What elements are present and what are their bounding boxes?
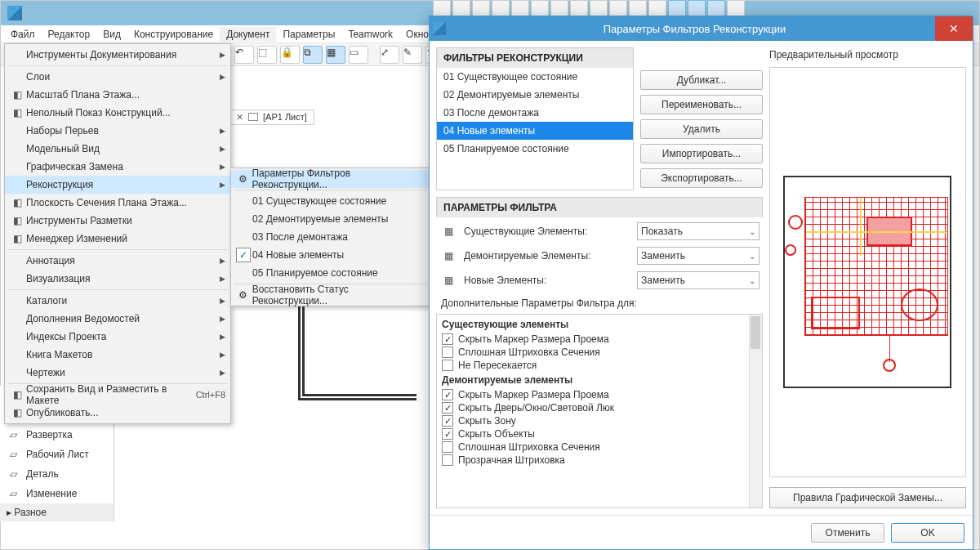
scrollbar[interactable] [749,315,762,508]
toolbar-button[interactable]: ⧉ [303,46,323,64]
filter-list-item[interactable]: 03 После демонтажа [437,104,633,122]
submenu-item[interactable]: ⚙Восстановить Статус Реконструкции... [231,286,430,304]
option-row[interactable]: Сплошная Штриховка Сечения [440,440,759,454]
tool-icon[interactable] [668,0,686,16]
menu-документ[interactable]: Документ [220,27,276,42]
cancel-button[interactable]: Отменить [811,523,884,543]
tool-detail[interactable]: ▱Деталь [0,464,114,484]
submenu-item[interactable]: ⚙Параметры Фильтров Реконструкции... [231,170,430,188]
toolbar-button[interactable]: ⬚ [257,46,277,64]
tool-icon[interactable] [531,0,549,16]
menu-item[interactable]: Дополнения Ведомостей▶ [5,310,230,328]
tool-change[interactable]: ▱Изменение [0,484,114,503]
dialog-close-button[interactable]: ✕ [935,16,973,41]
menu-teamwork[interactable]: Teamwork [341,27,399,42]
toolbar-button[interactable]: 🔒 [280,46,300,64]
checkbox[interactable] [442,415,453,427]
tool-group-header[interactable]: ▸ Разное [0,503,114,521]
tool-icon[interactable] [609,0,627,16]
filter-list[interactable]: 01 Существующее состояние02 Демонтируемы… [436,68,634,190]
toolbar-button[interactable]: ↶ [234,46,254,64]
filter-options-list[interactable]: Существующие элементыСкрыть Маркер Разме… [436,314,763,508]
tool-icon[interactable] [590,0,608,16]
menu-item[interactable]: ◧Опубликовать... [5,404,230,422]
graphic-override-rules-button[interactable]: Правила Графической Замены... [769,487,966,508]
menu-item[interactable]: Индексы Проекта▶ [5,328,230,346]
tool-icon[interactable] [570,0,588,16]
option-row[interactable]: Скрыть Дверь/Окно/Световой Люк [440,401,759,414]
menu-редактор[interactable]: Редактор [42,27,97,42]
tool-icon[interactable] [550,0,568,16]
option-row[interactable]: Скрыть Объекты [440,427,759,440]
tool-icon[interactable] [688,0,706,16]
option-row[interactable]: Скрыть Зону [440,414,759,427]
rename-button[interactable]: Переименовать... [640,95,763,114]
submenu-item[interactable]: ✓04 Новые элементы [231,246,430,264]
option-row[interactable]: Скрыть Маркер Размера Проема [440,333,759,346]
menu-параметры[interactable]: Параметры [276,27,341,42]
toolbar-button[interactable]: ▦ [326,46,345,64]
option-row[interactable]: Сплошная Штриховка Сечения [440,346,759,359]
option-row[interactable]: Скрыть Маркер Размера Проема [440,388,759,401]
tool-icon[interactable] [707,0,725,16]
tool-icon[interactable] [433,0,451,16]
toolbar-button[interactable]: ✎ [403,46,422,64]
menu-item[interactable]: Книга Макетов▶ [5,346,230,364]
import-button[interactable]: Импортировать... [640,144,763,163]
menu-item[interactable]: Аннотация▶ [5,252,230,270]
checkbox[interactable] [442,333,453,345]
ok-button[interactable]: OK [891,523,964,543]
tool-interior[interactable]: ▱Развертка [0,425,114,445]
filter-list-item[interactable]: 02 Демонтируемые элементы [437,86,633,104]
menu-конструирование[interactable]: Конструирование [127,27,220,42]
checkbox[interactable] [442,441,453,453]
menu-item[interactable]: Каталоги▶ [5,292,230,310]
menu-item[interactable]: Наборы Перьев▶ [5,122,230,140]
menu-item[interactable]: ◧Неполный Показ Конструкций... [5,104,230,122]
menu-item[interactable]: Модельный Вид▶ [5,140,230,158]
checkbox[interactable] [442,360,453,371]
submenu-item[interactable]: 01 Существующее состояние [231,192,430,210]
filter-list-item[interactable]: 05 Планируемое состояние [437,140,633,158]
submenu-item[interactable]: 02 Демонтируемые элементы [231,210,430,228]
checkbox[interactable] [442,428,453,440]
menu-item[interactable]: Графическая Замена▶ [5,158,230,176]
tool-icon[interactable] [629,0,647,16]
menu-item[interactable]: Визуализация▶ [5,270,230,288]
checkbox[interactable] [442,454,453,466]
document-tab[interactable]: ✕ [АР1 Лист] [229,110,314,125]
tool-icon[interactable] [492,0,510,16]
menu-item[interactable]: ◧Инструменты Разметки [5,212,230,230]
filter-list-item[interactable]: 01 Существующее состояние [437,68,633,86]
menu-item[interactable]: Реконструкция▶ [5,176,230,194]
menu-item[interactable]: Слои▶ [5,68,230,86]
menu-item[interactable]: ◧Сохранить Вид и Разместить в МакетеCtrl… [5,386,230,404]
tool-icon[interactable] [511,0,529,16]
tool-worksheet[interactable]: ▱Рабочий Лист [0,445,114,464]
menu-item[interactable]: Инструменты Документирования▶ [5,46,230,64]
export-button[interactable]: Экспортировать... [640,168,763,188]
menu-item[interactable]: ◧Плоскость Сечения Плана Этажа... [5,194,230,212]
submenu-item[interactable]: 03 После демонтажа [231,228,430,246]
tool-icon[interactable] [472,0,490,16]
menu-item[interactable]: ◧Менеджер Изменений [5,230,230,248]
filter-list-item[interactable]: 04 Новые элементы [437,122,633,140]
tool-icon[interactable] [648,0,666,16]
delete-button[interactable]: Удалить [640,119,763,139]
checkbox[interactable] [442,389,453,400]
checkbox[interactable] [442,402,453,414]
menu-файл[interactable]: Файл [4,27,42,42]
menu-вид[interactable]: Вид [96,27,127,42]
tab-close-icon[interactable]: ✕ [236,112,243,123]
tool-icon[interactable] [727,0,745,16]
param-select[interactable]: Показать⌄ [637,222,760,240]
submenu-item[interactable]: 05 Планируемое состояние [231,264,430,282]
checkbox[interactable] [442,347,453,358]
menu-item[interactable]: ◧Масштаб Плана Этажа... [5,86,230,104]
menu-item[interactable]: Чертежи▶ [5,364,230,382]
option-row[interactable]: Не Пересекается [440,359,759,372]
duplicate-button[interactable]: Дубликат... [640,70,763,90]
toolbar-button[interactable]: ▭ [349,46,368,64]
toolbar-button[interactable]: ⤢ [380,46,399,64]
param-select[interactable]: Заменить⌄ [637,247,760,265]
